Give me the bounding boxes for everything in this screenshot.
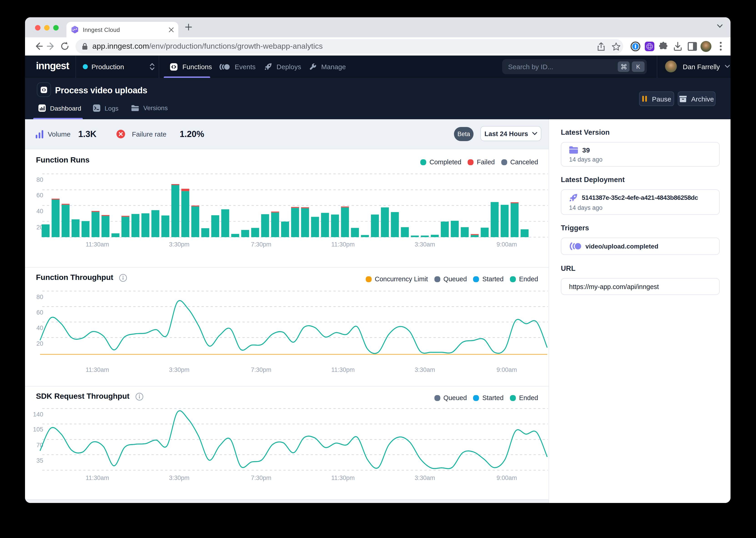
svg-text:3:30pm: 3:30pm — [169, 474, 189, 481]
svg-text:80: 80 — [36, 176, 43, 183]
svg-text:11:30pm: 11:30pm — [331, 366, 354, 373]
svg-text:11:30am: 11:30am — [85, 241, 109, 248]
svg-text:3:30pm: 3:30pm — [169, 366, 189, 373]
svg-text:140: 140 — [33, 411, 43, 418]
svg-text:11:30am: 11:30am — [85, 366, 109, 373]
svg-text:7:30pm: 7:30pm — [251, 241, 271, 248]
svg-text:11:30am: 11:30am — [85, 474, 109, 481]
svg-text:9:00am: 9:00am — [496, 241, 517, 248]
svg-text:11:30pm: 11:30pm — [331, 474, 354, 481]
svg-text:105: 105 — [33, 426, 43, 433]
svg-text:3:30am: 3:30am — [415, 241, 435, 248]
svg-text:60: 60 — [36, 309, 43, 316]
svg-text:9:00am: 9:00am — [496, 366, 517, 373]
svg-text:3:30pm: 3:30pm — [169, 241, 189, 248]
svg-text:35: 35 — [36, 457, 43, 464]
svg-text:11:30pm: 11:30pm — [331, 241, 354, 248]
svg-text:7:30pm: 7:30pm — [251, 366, 271, 373]
svg-text:3:30am: 3:30am — [415, 474, 435, 481]
svg-text:20: 20 — [36, 340, 43, 347]
svg-text:80: 80 — [36, 294, 43, 300]
svg-text:7:30pm: 7:30pm — [251, 474, 271, 481]
svg-text:3:30am: 3:30am — [415, 366, 435, 373]
svg-text:40: 40 — [36, 325, 43, 331]
svg-text:40: 40 — [36, 208, 43, 215]
svg-text:9:00am: 9:00am — [496, 474, 517, 481]
svg-text:60: 60 — [36, 192, 43, 199]
